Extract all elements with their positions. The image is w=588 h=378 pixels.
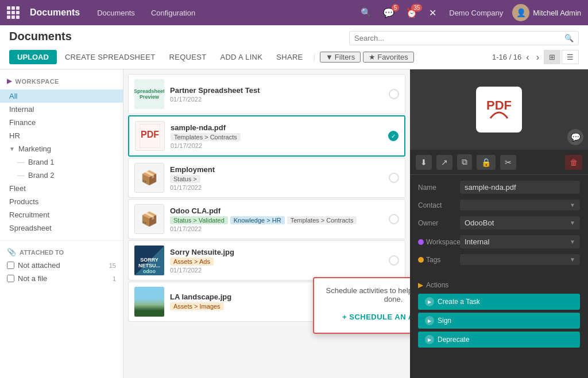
tags-label: Tags — [418, 256, 455, 264]
doc-thumb-sorry: SORRY NETSU...odoo — [134, 245, 164, 275]
grid-view-button[interactable]: ⊞ — [544, 50, 560, 64]
upload-button[interactable]: UPLOAD — [9, 50, 57, 64]
doc-card-spreadsheet[interactable]: SpreadsheetPreview Partner Spreadsheet T… — [128, 74, 405, 114]
doc-actions — [389, 89, 399, 99]
doc-actions-sorry — [389, 255, 399, 266]
download-button[interactable]: ⬇ — [416, 155, 432, 170]
contact-dropdown[interactable]: ▼ — [460, 200, 580, 211]
doc-name-cla: Odoo CLA.pdf — [170, 206, 383, 215]
app-menu-icon[interactable] — [7, 6, 20, 19]
doc-check[interactable] — [389, 89, 399, 99]
workspace-field-row: Workspace Internal ▼ — [418, 235, 580, 248]
search-icon[interactable]: 🔍 — [564, 34, 574, 42]
workspace-section: ▶ WORKSPACE — [0, 75, 123, 89]
doc-card-cla[interactable]: 📦 Odoo CLA.pdf Status > Validated Knowle… — [128, 199, 405, 239]
create-task-button[interactable]: ▶ Create a Task — [418, 294, 580, 310]
doc-tag-status: Status > — [170, 175, 200, 183]
contact-arrow-icon: ▼ — [570, 202, 575, 208]
doc-card-employment[interactable]: 📦 Employment Status > 01/17/2022 — [128, 158, 405, 198]
not-a-file-checkbox[interactable] — [7, 275, 14, 282]
company-name: Demo Company — [449, 9, 503, 17]
filters-button[interactable]: ▼ Filters — [320, 52, 361, 63]
search-input[interactable] — [354, 34, 564, 42]
actions-title[interactable]: ▶ Actions — [418, 281, 580, 289]
sidebar-item-products[interactable]: Products — [0, 195, 123, 208]
doc-check-cla[interactable] — [389, 214, 399, 224]
sign-button[interactable]: ▶ Sign — [418, 313, 580, 329]
favorites-label: Favorites — [377, 53, 408, 61]
doc-card-sorry[interactable]: SORRY NETSU...odoo Sorry Netsuite.jpg As… — [128, 240, 405, 280]
schedule-activity-button[interactable]: + SCHEDULE AN ACTIVITY — [324, 309, 410, 325]
sidebar-item-internal[interactable]: Internal — [0, 103, 123, 116]
sidebar-item-all[interactable]: All — [0, 89, 123, 103]
toolbar: UPLOAD CREATE SPREADSHEET REQUEST ADD A … — [9, 50, 579, 64]
next-page-button[interactable]: › — [534, 51, 541, 64]
activity-icon[interactable]: ⏰35 — [403, 5, 421, 21]
doc-thumb-nda: PDF — [135, 121, 165, 151]
chat-icon[interactable]: 💬5 — [380, 5, 398, 21]
add-link-button[interactable]: ADD A LINK — [214, 50, 268, 64]
name-value[interactable]: sample-nda.pdf — [460, 181, 580, 194]
doc-date-employment: 01/17/2022 — [170, 184, 383, 191]
chevron-down-icon: ▼ — [9, 146, 15, 152]
sidebar-item-brand2[interactable]: — Brand 2 — [0, 169, 123, 182]
deprecate-button[interactable]: ▶ Deprecate — [418, 332, 580, 348]
doc-tag-validated: Status > Validated — [170, 216, 228, 224]
pagination-text: 1-16 / 16 — [492, 53, 521, 61]
list-view-button[interactable]: ☰ — [562, 50, 579, 64]
panel-chat-icon[interactable]: 💬 — [567, 129, 583, 145]
doc-tag-images: Assets > Images — [170, 302, 224, 310]
page-title: Documents — [9, 30, 72, 43]
right-panel: PDF 💬 ⬇ ↗ ⧉ 🔒 ✂ 🗑 Name sample-nda.pdf — [410, 69, 588, 378]
workspace-value: Internal — [465, 237, 489, 246]
nav-configuration[interactable]: Configuration — [145, 9, 201, 17]
doc-check-sorry[interactable] — [389, 255, 399, 266]
sidebar-not-attached[interactable]: Not attached 15 — [0, 259, 123, 272]
prev-page-button[interactable]: ‹ — [524, 51, 531, 64]
request-button[interactable]: REQUEST — [163, 50, 212, 64]
share-button[interactable]: SHARE — [270, 50, 308, 64]
sidebar-item-brand1[interactable]: — Brand 1 — [0, 155, 123, 169]
nav-documents[interactable]: Documents — [91, 9, 141, 17]
panel-toolbar: ⬇ ↗ ⧉ 🔒 ✂ 🗑 — [410, 150, 588, 175]
favorites-button[interactable]: ★ Favorites — [363, 52, 413, 63]
page-header: Documents 🔍 UPLOAD CREATE SPREADSHEET RE… — [0, 25, 588, 69]
panel-preview: PDF 💬 — [410, 69, 588, 150]
tags-dropdown[interactable]: ▼ — [460, 254, 580, 265]
sign-icon: ▶ — [425, 316, 434, 325]
deprecate-icon: ▶ — [425, 335, 434, 344]
doc-tags-sorry: Assets > Ads — [170, 258, 383, 266]
copy-button[interactable]: ⧉ — [457, 154, 472, 170]
owner-arrow-icon: ▼ — [570, 220, 575, 226]
doc-check-employment[interactable] — [389, 173, 399, 183]
name-text: sample-nda.pdf — [465, 183, 516, 192]
sidebar-item-fleet[interactable]: Fleet — [0, 182, 123, 195]
name-label: Name — [418, 184, 455, 192]
user-avatar: 👤 — [512, 4, 529, 21]
star-icon: ★ — [369, 53, 376, 61]
sidebar-item-recruitment[interactable]: Recruitment — [0, 208, 123, 221]
doc-thumb-spreadsheet: SpreadsheetPreview — [134, 79, 164, 109]
doc-name: Partner Spreadsheet Test — [170, 86, 383, 95]
pagination: 1-16 / 16 ‹ › — [492, 51, 541, 64]
sidebar-item-finance[interactable]: Finance — [0, 116, 123, 129]
user-menu[interactable]: 👤 Mitchell Admin — [512, 4, 581, 21]
share-panel-button[interactable]: ↗ — [436, 155, 452, 170]
delete-button[interactable]: 🗑 — [565, 155, 582, 170]
create-spreadsheet-button[interactable]: CREATE SPREADSHEET — [59, 50, 161, 64]
sidebar-item-spreadsheet[interactable]: Spreadsheet — [0, 221, 123, 235]
lock-button[interactable]: 🔒 — [477, 155, 496, 170]
not-attached-checkbox[interactable] — [7, 262, 14, 269]
filter-icon: ▼ — [326, 53, 333, 61]
doc-check-nda[interactable]: ✓ — [388, 131, 399, 141]
workspace-dropdown[interactable]: Internal ▼ — [460, 235, 580, 248]
owner-dropdown[interactable]: OdooBot ▼ — [460, 216, 580, 229]
tags-arrow-icon: ▼ — [570, 256, 575, 263]
sidebar-item-marketing[interactable]: ▼ Marketing — [0, 142, 123, 155]
close-icon[interactable]: ✕ — [425, 5, 440, 21]
global-search-icon[interactable]: 🔍 — [357, 5, 375, 20]
sidebar-item-hr[interactable]: HR — [0, 129, 123, 142]
doc-card-nda[interactable]: PDF sample-nda.pdf Templates > Contracts… — [128, 115, 405, 157]
sidebar-not-a-file[interactable]: Not a file 1 — [0, 272, 123, 285]
scissors-button[interactable]: ✂ — [500, 155, 516, 170]
